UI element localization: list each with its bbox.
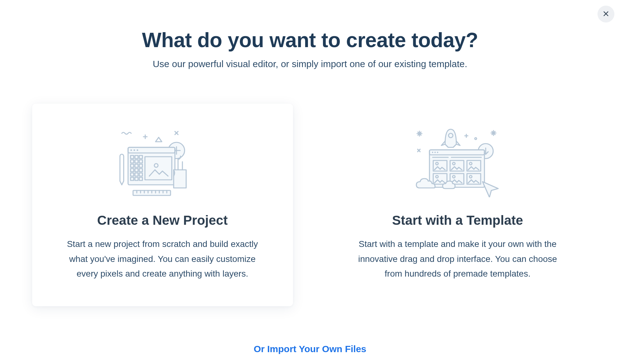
card-new-project[interactable]: Create a New Project Start a new project… [32,104,293,306]
close-button[interactable] [598,6,614,22]
svg-point-11 [131,150,132,151]
svg-point-13 [137,150,138,151]
svg-point-66 [437,152,438,153]
svg-point-64 [432,152,433,153]
svg-point-56 [475,138,477,140]
card-template[interactable]: Start with a Template Start with a templ… [327,104,588,306]
option-cards: Create a New Project Start a new project… [13,104,607,306]
card-new-project-description: Start a new project from scratch and bui… [60,237,265,281]
template-illustration-icon [408,122,508,197]
page-title: What do you want to create today? [13,28,607,52]
page-subtitle: Use our powerful visual editor, or simpl… [13,59,607,69]
card-template-description: Start with a template and make it your o… [355,237,560,281]
create-dialog: What do you want to create today? Use ou… [13,0,607,354]
import-files-link[interactable]: Or Import Your Own Files [13,344,607,354]
svg-point-12 [134,150,135,151]
card-template-title: Start with a Template [355,213,560,228]
card-new-project-title: Create a New Project [60,213,265,228]
close-icon [603,10,609,18]
new-project-illustration-icon [112,122,212,197]
svg-point-65 [434,152,436,153]
